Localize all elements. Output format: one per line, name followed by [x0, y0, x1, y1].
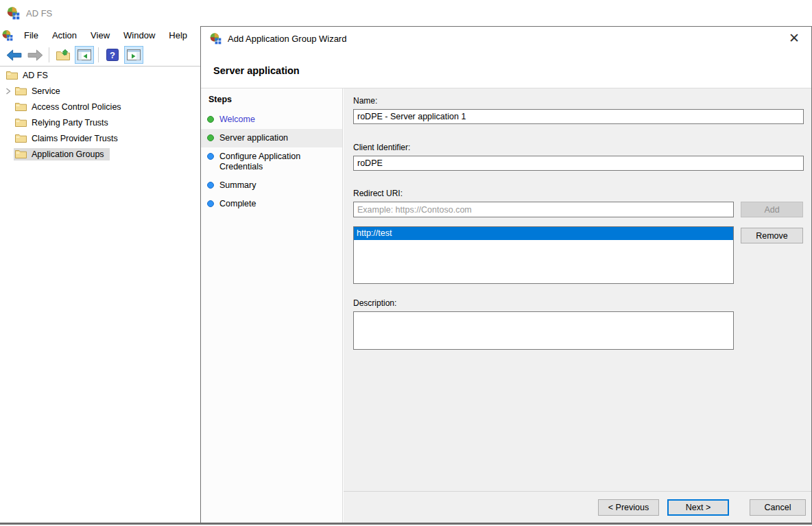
tree-item-relying-party-trusts[interactable]: Relying Party Trusts: [0, 115, 200, 130]
step-server-application[interactable]: Server application: [201, 129, 342, 147]
redirect-uri-label: Redirect URI:: [353, 189, 403, 198]
dialog-title: Add Application Group Wizard: [228, 34, 785, 44]
step-welcome[interactable]: Welcome: [201, 110, 342, 129]
step-complete[interactable]: Complete: [201, 195, 342, 213]
dialog-titlebar: Add Application Group Wizard ✕: [201, 27, 811, 50]
footer-separator: [344, 491, 811, 492]
folder-icon: [15, 134, 27, 143]
steps-header: Steps: [201, 88, 342, 110]
tree-item-adfs-root[interactable]: AD FS: [0, 67, 200, 83]
step-label: Configure Application Credentials: [219, 152, 329, 172]
description-textarea[interactable]: [353, 311, 734, 350]
export-list-icon[interactable]: [53, 46, 73, 64]
name-label: Name:: [353, 96, 377, 106]
step-label: Summary: [219, 180, 256, 191]
back-icon[interactable]: [4, 46, 23, 64]
folder-icon: [15, 118, 27, 127]
adfs-app-icon: [6, 6, 20, 20]
folder-icon: [6, 71, 18, 80]
forward-icon[interactable]: [25, 46, 45, 64]
chevron-right-icon[interactable]: [2, 88, 14, 95]
menu-view[interactable]: View: [84, 27, 117, 43]
previous-button[interactable]: < Previous: [598, 499, 659, 516]
toolbar-separator: [49, 47, 49, 62]
step-label: Complete: [219, 199, 256, 209]
wizard-content: Name: Client Identifier: Redirect URI: A…: [344, 88, 811, 523]
step-pending-dot-icon: [207, 153, 214, 160]
step-done-dot-icon: [207, 116, 214, 123]
step-configure-application-credentials[interactable]: Configure Application Credentials: [201, 147, 342, 176]
folder-icon: [15, 102, 27, 111]
redirect-uri-list-item[interactable]: http://test: [354, 227, 733, 240]
menu-file[interactable]: File: [17, 27, 45, 43]
step-pending-dot-icon: [207, 200, 214, 207]
step-summary[interactable]: Summary: [201, 176, 342, 195]
console-tree: AD FS Service Access Control Policies Re: [0, 67, 200, 520]
folder-icon: [15, 150, 27, 158]
help-icon[interactable]: ?: [103, 46, 122, 64]
step-done-dot-icon: [207, 134, 214, 141]
remove-button[interactable]: Remove: [741, 228, 803, 243]
step-pending-dot-icon: [207, 182, 214, 189]
show-action-pane-icon[interactable]: [124, 46, 143, 64]
screen: AD FS File Action View Window Help: [0, 0, 812, 526]
adfs-console-icon: [1, 29, 13, 41]
window-bottom-edge: [0, 523, 812, 525]
svg-text:?: ?: [110, 50, 115, 60]
close-icon[interactable]: ✕: [785, 29, 803, 47]
wizard-body: Steps Welcome Server application Configu…: [201, 88, 811, 523]
wizard-page-heading: Server application: [201, 50, 811, 88]
menu-bar: File Action View Window Help: [0, 26, 200, 44]
tree-item-service[interactable]: Service: [0, 83, 200, 99]
redirect-uri-input[interactable]: [353, 202, 734, 217]
menu-help[interactable]: Help: [162, 27, 194, 43]
tree-label: Access Control Policies: [32, 102, 121, 112]
tree-item-claims-provider-trusts[interactable]: Claims Provider Trusts: [0, 130, 200, 146]
add-application-group-wizard-dialog: Add Application Group Wizard ✕ Server ap…: [200, 26, 812, 523]
menu-window[interactable]: Window: [117, 27, 162, 43]
tree-label: Application Groups: [32, 150, 104, 159]
toolbar-separator: [98, 47, 99, 62]
tree-label: Relying Party Trusts: [32, 118, 108, 128]
tree-item-access-control-policies[interactable]: Access Control Policies: [0, 99, 200, 115]
tree-label: AD FS: [23, 71, 48, 80]
menu-action[interactable]: Action: [45, 27, 84, 43]
main-window-title: AD FS: [26, 8, 52, 19]
main-window-titlebar: AD FS: [0, 0, 812, 26]
toolbar: ?: [0, 44, 200, 67]
folder-icon: [15, 86, 27, 95]
adfs-dialog-icon: [209, 32, 222, 45]
redirect-uri-list[interactable]: http://test: [353, 226, 734, 284]
tree-label: Claims Provider Trusts: [32, 134, 118, 143]
client-identifier-input[interactable]: [353, 156, 804, 171]
add-button[interactable]: Add: [741, 202, 803, 217]
client-identifier-label: Client Identifier:: [353, 143, 410, 152]
step-label: Server application: [219, 133, 288, 143]
description-label: Description:: [353, 298, 396, 308]
tree-item-application-groups[interactable]: Application Groups: [0, 146, 200, 162]
show-console-tree-icon[interactable]: [75, 46, 94, 64]
steps-panel: Steps Welcome Server application Configu…: [201, 88, 343, 523]
tree-label: Service: [32, 86, 60, 96]
next-button[interactable]: Next >: [667, 499, 729, 516]
name-input[interactable]: [353, 109, 804, 124]
step-label: Welcome: [219, 115, 255, 125]
cancel-button[interactable]: Cancel: [750, 499, 806, 516]
